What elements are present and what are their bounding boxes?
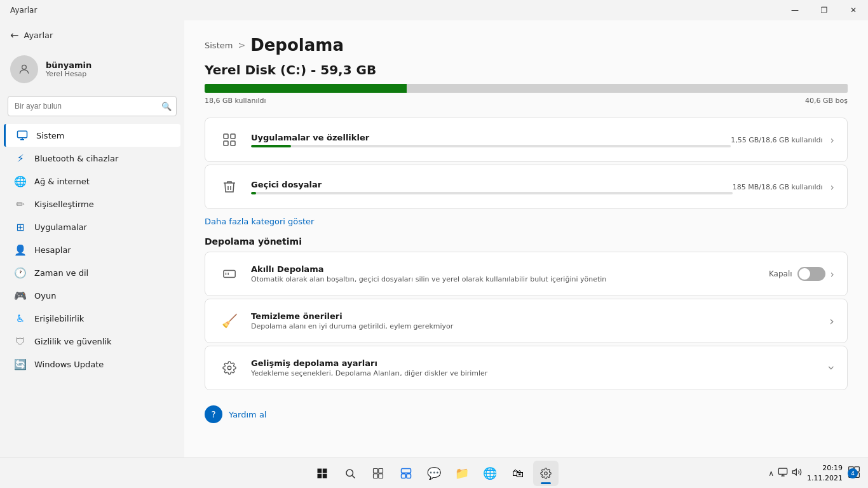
taskbar-explorer[interactable]: 📁 xyxy=(449,461,475,486)
sidebar-label-zaman: Zaman ve dil xyxy=(34,268,88,278)
title-bar: Ayarlar — ❐ ✕ xyxy=(0,0,868,20)
taskbar-search[interactable] xyxy=(337,461,363,486)
disk-labels: 18,6 GB kullanıldı 40,6 GB boş xyxy=(205,97,848,105)
taskbar-chat[interactable]: 💬 xyxy=(421,461,447,486)
taskbar-center: 💬 📁 🌐 🛍 xyxy=(309,461,559,486)
category-apps[interactable]: Uygulamalar ve özellikler 1,55 GB/18,6 G… xyxy=(205,118,848,162)
user-name: bünyamin xyxy=(46,60,92,70)
help-section[interactable]: ? Yardım al xyxy=(205,405,848,423)
disk-used-label: 18,6 GB kullanıldı xyxy=(205,97,266,105)
svg-point-0 xyxy=(22,65,27,69)
taskbar-edge[interactable]: 🌐 xyxy=(477,461,503,486)
category-temp-size: 185 MB/18,6 GB kullanıldı xyxy=(733,183,823,191)
sidebar-item-hesaplar[interactable]: 👤 Hesaplar xyxy=(4,238,180,261)
sidebar-icon-hesaplar: 👤 xyxy=(14,243,27,256)
user-info: bünyamin Yerel Hesap xyxy=(46,60,92,78)
breadcrumb: Sistem > Depolama xyxy=(205,36,848,55)
help-label: Yardım al xyxy=(229,410,266,419)
management-gelismis-title: Gelişmiş depolama ayarları xyxy=(251,358,829,368)
category-apps-title: Uygulamalar ve özellikler xyxy=(251,133,731,142)
svg-rect-18 xyxy=(374,468,378,473)
tray-volume-icon[interactable] xyxy=(792,467,802,479)
sidebar-icon-bluetooth: ⚡ xyxy=(14,152,27,165)
sidebar-icon-uygulamalar: ⊞ xyxy=(14,220,27,233)
sidebar-label-hesaplar: Hesaplar xyxy=(34,245,71,255)
sidebar-icon-erisim: ♿ xyxy=(14,312,27,325)
svg-point-25 xyxy=(545,471,548,475)
management-akilli[interactable]: Akıllı Depolama Otomatik olarak alan boş… xyxy=(205,252,848,296)
sidebar-label-winupdate: Windows Update xyxy=(34,360,104,369)
more-categories-link[interactable]: Daha fazla kategori göster xyxy=(205,217,314,226)
svg-rect-23 xyxy=(402,473,406,478)
close-button[interactable]: ✕ xyxy=(839,0,868,20)
taskbar-store[interactable]: 🛍 xyxy=(505,461,531,486)
breadcrumb-current: Depolama xyxy=(250,36,344,55)
taskbar-start[interactable] xyxy=(309,461,335,486)
svg-rect-24 xyxy=(407,473,411,478)
category-temp-chevron: › xyxy=(831,181,834,193)
breadcrumb-parent[interactable]: Sistem xyxy=(205,41,233,50)
search-icon: 🔍 xyxy=(161,102,172,111)
sidebar-label-uygulamalar: Uygulamalar xyxy=(34,222,87,232)
management-gelismis[interactable]: Gelişmiş depolama ayarları Yedekleme seç… xyxy=(205,346,848,390)
svg-rect-20 xyxy=(374,473,378,478)
sidebar-icon-zaman: 🕐 xyxy=(14,266,27,279)
sidebar-item-gizlilik[interactable]: 🛡 Gizlilik ve güvenlik xyxy=(4,330,180,353)
management-akilli-title: Akıllı Depolama xyxy=(251,264,769,274)
svg-rect-14 xyxy=(318,473,322,478)
breadcrumb-separator: > xyxy=(238,40,245,50)
management-temizleme-subtitle: Depolama alanı en iyi duruma getirildi, … xyxy=(251,322,829,330)
svg-rect-1 xyxy=(18,131,27,138)
sidebar-icon-gizlilik: 🛡 xyxy=(14,335,27,348)
category-apps-size: 1,55 GB/18,6 GB kullanıldı xyxy=(731,136,822,144)
akilli-toggle[interactable] xyxy=(797,267,825,281)
sidebar-item-oyun[interactable]: 🎮 Oyun xyxy=(4,284,180,307)
content-area: ← Ayarlar bünyamin Yerel Hesap xyxy=(0,20,868,458)
sidebar-item-kisisel[interactable]: ✏️ Kişiselleştirme xyxy=(4,193,180,215)
sidebar-item-winupdate[interactable]: 🔄 Windows Update xyxy=(4,353,180,376)
category-temp-icon xyxy=(218,175,241,198)
svg-point-11 xyxy=(227,366,231,370)
avatar xyxy=(10,55,38,83)
search-input[interactable] xyxy=(8,96,177,116)
management-temizleme-icon: 🧹 xyxy=(218,309,241,332)
svg-rect-12 xyxy=(318,468,322,473)
category-temp[interactable]: Geçici dosyalar 185 MB/18,6 GB kullanıld… xyxy=(205,165,848,209)
sidebar-item-ag[interactable]: 🌐 Ağ & internet xyxy=(4,170,180,193)
sidebar-item-sistem[interactable]: Sistem xyxy=(4,124,180,147)
management-temizleme-chevron: › xyxy=(829,313,834,329)
svg-rect-21 xyxy=(379,473,383,478)
category-apps-bar-fill xyxy=(251,145,291,147)
back-button[interactable]: ← Ayarlar xyxy=(0,25,184,45)
svg-rect-8 xyxy=(224,271,235,278)
maximize-button[interactable]: ❐ xyxy=(810,0,839,20)
management-gelismis-icon xyxy=(218,356,241,379)
tray-up-arrow[interactable]: ∧ xyxy=(768,469,774,478)
tray-network-icon[interactable] xyxy=(778,467,788,480)
sidebar-item-bluetooth[interactable]: ⚡ Bluetooth & cihazlar xyxy=(4,147,180,170)
management-temizleme[interactable]: 🧹 Temizleme önerileri Depolama alanı en … xyxy=(205,299,848,343)
taskbar-taskview[interactable] xyxy=(365,461,391,486)
clock-time: 20:19 xyxy=(807,463,843,473)
notification-center[interactable]: 4 xyxy=(848,466,860,481)
sidebar-label-sistem: Sistem xyxy=(36,131,64,140)
taskbar: 💬 📁 🌐 🛍 ∧ xyxy=(0,458,868,488)
svg-marker-29 xyxy=(792,469,796,475)
sidebar-item-zaman[interactable]: 🕐 Zaman ve dil xyxy=(4,261,180,284)
minimize-button[interactable]: — xyxy=(780,0,810,20)
svg-rect-19 xyxy=(379,468,383,473)
sidebar-label-bluetooth: Bluetooth & cihazlar xyxy=(34,154,118,163)
sidebar-label-ag: Ağ & internet xyxy=(34,177,90,186)
sidebar-item-erisim[interactable]: ♿ Erişilebilirlik xyxy=(4,307,180,330)
svg-rect-5 xyxy=(231,134,235,139)
taskbar-settings[interactable] xyxy=(533,461,559,486)
sidebar-item-uygulamalar[interactable]: ⊞ Uygulamalar xyxy=(4,215,180,238)
taskbar-widgets[interactable] xyxy=(393,461,419,486)
category-apps-info: Uygulamalar ve özellikler xyxy=(251,133,731,147)
clock[interactable]: 20:19 1.11.2021 xyxy=(807,463,843,483)
window-controls: — ❐ ✕ xyxy=(780,0,868,20)
sidebar: ← Ayarlar bünyamin Yerel Hesap xyxy=(0,20,184,458)
management-section-title: Depolama yönetimi xyxy=(205,236,848,247)
management-gelismis-chevron: › xyxy=(824,365,839,370)
main-content: Sistem > Depolama Yerel Disk (C:) - 59,3… xyxy=(184,20,868,458)
